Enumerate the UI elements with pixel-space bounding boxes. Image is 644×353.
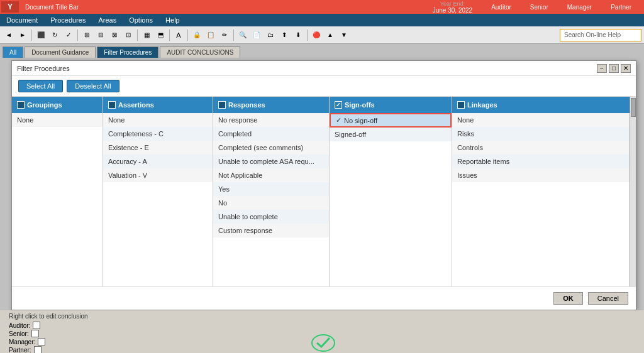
logo-area: Y [0, 0, 20, 14]
toolbar-search[interactable]: Search On-line Help [560, 29, 641, 41]
toolbar-forward[interactable]: ► [16, 29, 29, 41]
linkages-column: Linkages None Risks Controls Reportable … [452, 97, 630, 286]
response-not-applicable[interactable]: Not Applicable [213, 168, 329, 182]
responses-body: No response Completed Completed (see com… [213, 113, 329, 286]
assertions-checkbox[interactable] [108, 101, 116, 109]
toolbar-btn19[interactable]: 🔴 [310, 29, 323, 41]
top-bar-info: Year End: June 30, 2022 Auditor Senior M… [420, 0, 644, 14]
assertion-none[interactable]: None [103, 113, 213, 127]
linkage-issues[interactable]: Issues [452, 168, 630, 182]
partner-checkbox[interactable] [34, 346, 42, 353]
toolbar-btn5[interactable]: ⊟ [94, 29, 107, 41]
toolbar-btn8[interactable]: ▦ [140, 29, 153, 41]
toolbar-btn2[interactable]: ↻ [48, 29, 61, 41]
toolbar-sep4 [169, 30, 170, 41]
linkage-risks[interactable]: Risks [452, 127, 630, 141]
response-yes[interactable]: Yes [213, 182, 329, 196]
signoffs-column: ✓ Sign-offs ✓ No sign-off Signed-off [330, 97, 452, 286]
ok-button[interactable]: OK [553, 292, 583, 305]
groupings-body: None [12, 113, 103, 286]
signoffs-body: ✓ No sign-off Signed-off [330, 113, 452, 286]
assertion-valuation[interactable]: Valuation - V [103, 168, 213, 182]
toolbar: ◄ ► ⬛ ↻ ✓ ⊞ ⊟ ⊠ ⊡ ▦ ⬒ A 🔒 📋 ✏ 🔍 📄 🗂 ⬆ ⬇ … [0, 26, 644, 44]
tabs-bar: All Document Guidance Filter Procedures … [0, 44, 644, 58]
menu-options[interactable]: Options [125, 16, 157, 24]
signoffs-checkbox[interactable]: ✓ [335, 101, 342, 109]
linkage-reportable[interactable]: Reportable items [452, 155, 630, 168]
main-area: Filter Procedures − □ ✕ Select All Desel… [0, 58, 644, 353]
response-no-response[interactable]: No response [213, 113, 329, 127]
deselect-all-button[interactable]: Deselect All [67, 80, 119, 92]
response-unable-asa[interactable]: Unable to complete ASA requ... [213, 155, 329, 168]
response-no[interactable]: No [213, 196, 329, 210]
assertions-body: None Completeness - C Existence - E Accu… [103, 113, 213, 286]
toolbar-sep2 [77, 30, 78, 41]
responses-checkbox[interactable] [218, 101, 226, 109]
groupings-checkbox[interactable] [17, 101, 25, 109]
assertion-existence[interactable]: Existence - E [103, 141, 213, 155]
linkage-controls[interactable]: Controls [452, 141, 630, 155]
toolbar-btn20[interactable]: ▲ [324, 29, 336, 41]
response-unable-complete[interactable]: Unable to complete [213, 210, 329, 224]
toolbar-btn14[interactable]: 🔍 [236, 29, 249, 41]
tab-filter-procedures[interactable]: Filter Procedures [97, 46, 158, 58]
menu-help[interactable]: Help [162, 16, 184, 24]
toolbar-sep5 [187, 30, 188, 41]
toolbar-btn18[interactable]: ⬇ [292, 29, 304, 41]
linkages-header: Linkages [452, 97, 630, 113]
auditor-label: Auditor [491, 4, 511, 11]
close-button[interactable]: ✕ [621, 64, 631, 73]
assertion-completeness[interactable]: Completeness - C [103, 127, 213, 141]
tab-audit-conclusions[interactable]: AUDIT CONCLUSIONS [160, 46, 240, 58]
signoff-no-signoff[interactable]: ✓ No sign-off [330, 113, 452, 128]
cancel-button[interactable]: Cancel [588, 292, 628, 305]
toolbar-btn1[interactable]: ⬛ [35, 29, 47, 41]
toolbar-btn15[interactable]: 📄 [250, 29, 263, 41]
responses-column: Responses No response Completed Complete… [213, 97, 330, 286]
tab-document-guidance[interactable]: Document Guidance [25, 46, 96, 58]
linkage-none[interactable]: None [452, 113, 630, 127]
response-completed[interactable]: Completed [213, 127, 329, 141]
menu-procedures[interactable]: Procedures [47, 16, 89, 24]
groupings-item-none[interactable]: None [12, 113, 103, 127]
groupings-column: Groupings None [12, 97, 103, 286]
toolbar-btn9[interactable]: ⬒ [154, 29, 167, 41]
right-click-hint: Right click to edit conclusion [9, 313, 635, 320]
linkages-checkbox[interactable] [457, 101, 465, 109]
dialog-scrollbar[interactable] [630, 97, 636, 286]
manager-checkbox[interactable] [38, 338, 45, 345]
toolbar-sep1 [31, 30, 32, 41]
toolbar-btn11[interactable]: 🔒 [191, 29, 203, 41]
response-completed-comments[interactable]: Completed (see comments) [213, 141, 329, 155]
toolbar-btn16[interactable]: 🗂 [264, 29, 277, 41]
toolbar-btn17[interactable]: ⬆ [278, 29, 291, 41]
auditor-checkbox[interactable] [33, 322, 40, 329]
toolbar-btn3[interactable]: ✓ [62, 29, 75, 41]
menu-document[interactable]: Document [3, 16, 42, 24]
minimize-button[interactable]: − [597, 64, 607, 73]
toolbar-btn7[interactable]: ⊡ [122, 29, 135, 41]
status-check-icon [311, 333, 333, 350]
toolbar-btn10[interactable]: A [172, 29, 185, 41]
menu-areas[interactable]: Areas [94, 16, 120, 24]
toolbar-btn6[interactable]: ⊠ [108, 29, 121, 41]
assertion-accuracy[interactable]: Accuracy - A [103, 155, 213, 168]
scrollbar-thumb[interactable] [631, 98, 636, 117]
signoff-signed-off[interactable]: Signed-off [330, 128, 452, 141]
dialog-footer: OK Cancel [12, 286, 636, 310]
toolbar-btn12[interactable]: 📋 [204, 29, 217, 41]
toolbar-back[interactable]: ◄ [3, 29, 15, 41]
toolbar-btn21[interactable]: ▼ [338, 29, 350, 41]
tab-all[interactable]: All [3, 46, 23, 58]
signoffs-header: ✓ Sign-offs [330, 97, 452, 113]
maximize-button[interactable]: □ [609, 64, 619, 73]
filter-dialog: Filter Procedures − □ ✕ Select All Desel… [11, 60, 636, 310]
toolbar-sep6 [233, 30, 234, 41]
response-custom[interactable]: Custom response [213, 224, 329, 237]
senior-checkbox[interactable] [31, 330, 39, 337]
toolbar-btn4[interactable]: ⊞ [80, 29, 93, 41]
title-text: Document Title Bar [25, 4, 79, 11]
toolbar-btn13[interactable]: ✏ [218, 29, 231, 41]
dialog-top-actions: Select All Deselect All [12, 76, 636, 96]
select-all-button[interactable]: Select All [18, 80, 63, 92]
